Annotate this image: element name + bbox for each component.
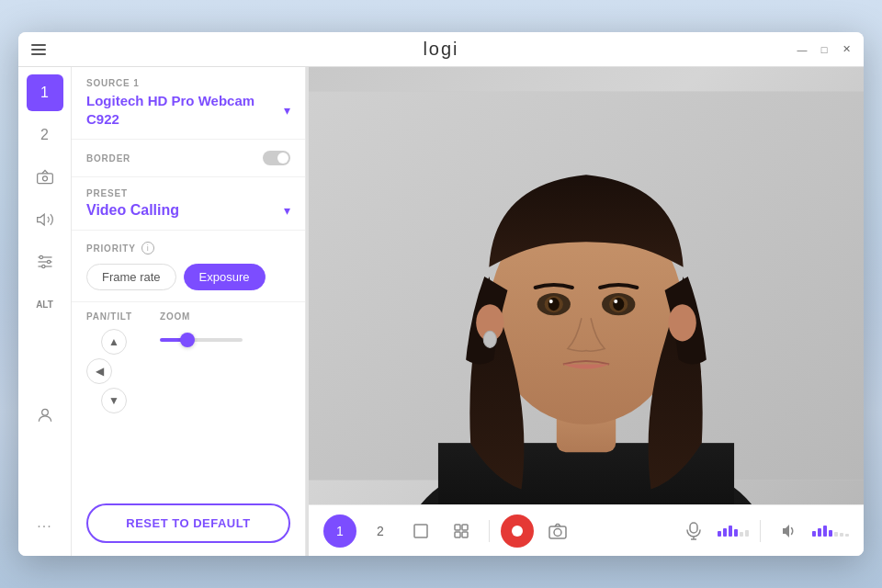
toolbar-record-button[interactable] [501, 514, 534, 548]
source-label: SOURCE 1 [86, 78, 290, 88]
nav-source2[interactable]: 2 [27, 117, 63, 153]
toolbar-sep1 [489, 520, 490, 542]
toolbar-speaker-button[interactable] [772, 514, 805, 548]
priority-row: PRIORITY i [86, 242, 290, 254]
nav-profile[interactable] [27, 397, 63, 434]
preset-section: PRESET Video Calling ▾ [72, 177, 305, 231]
pan-tilt-group: PAN/TILT ▲ ◀ ▼ [86, 311, 141, 413]
svg-point-25 [483, 331, 496, 347]
speaker-level-group [812, 526, 849, 537]
pan-row: ◀ [86, 358, 141, 384]
border-label: BORDER [86, 153, 130, 164]
pan-center [116, 358, 141, 384]
exposure-button[interactable]: Exposure [184, 264, 266, 290]
pan-left-button[interactable]: ◀ [86, 358, 112, 384]
nav-more[interactable]: ··· [27, 508, 63, 545]
mic-level-group [718, 526, 749, 537]
svg-point-18 [548, 298, 560, 311]
reset-button[interactable]: RESET TO DEFAULT [86, 503, 290, 543]
source-chevron-icon: ▾ [284, 103, 290, 118]
toolbar-source2-button[interactable]: 2 [364, 514, 397, 548]
svg-rect-30 [455, 532, 460, 537]
svg-marker-2 [37, 214, 44, 225]
record-icon [511, 525, 524, 537]
toggle-knob [277, 153, 288, 164]
toolbar-layout2-button[interactable] [445, 514, 478, 548]
preset-label: PRESET [86, 188, 290, 198]
main-area: 1 2 [309, 67, 864, 556]
pan-tilt-label: PAN/TILT [86, 311, 141, 322]
app-title: logi [423, 39, 458, 60]
priority-label: PRIORITY [86, 243, 136, 254]
titlebar: logi — □ ✕ [18, 32, 864, 67]
nav-source1[interactable]: 1 [27, 74, 63, 111]
preset-value: Video Calling [86, 202, 179, 219]
svg-rect-31 [462, 532, 468, 537]
toolbar-mic-button[interactable] [677, 514, 710, 548]
preset-chevron-icon: ▾ [284, 203, 290, 218]
main-window: logi — □ ✕ 1 2 [18, 32, 864, 556]
priority-buttons: Frame rate Exposure [86, 264, 290, 290]
audio-icon [36, 210, 54, 229]
toolbar-source1-button[interactable]: 1 [323, 514, 356, 548]
svg-point-22 [613, 298, 624, 311]
svg-point-32 [512, 526, 523, 537]
screenshot-icon [548, 523, 567, 539]
maximize-button[interactable]: □ [818, 43, 831, 56]
nav-camera[interactable] [27, 159, 63, 196]
sidebar-nav: 1 2 [18, 67, 72, 556]
nav-settings[interactable] [27, 243, 63, 280]
priority-section: PRIORITY i Frame rate Exposure [72, 231, 305, 302]
zoom-group: ZOOM [160, 311, 243, 345]
zoom-label: ZOOM [160, 311, 243, 322]
svg-point-6 [40, 255, 42, 258]
video-feed [309, 67, 864, 504]
bottom-toolbar: 1 2 [309, 504, 864, 556]
svg-point-19 [549, 300, 553, 303]
settings-icon [36, 253, 54, 271]
menu-button[interactable] [31, 44, 46, 55]
border-row: BORDER [86, 151, 290, 165]
border-toggle[interactable] [263, 151, 290, 165]
content-area: 1 2 [18, 67, 864, 556]
person-icon [36, 406, 54, 424]
svg-rect-28 [455, 525, 460, 530]
svg-point-9 [41, 409, 48, 415]
close-button[interactable]: ✕ [840, 43, 853, 56]
source-device-name: Logitech HD Pro Webcam C922 [86, 92, 284, 128]
layout1-icon [413, 523, 429, 539]
framerate-button[interactable]: Frame rate [86, 264, 176, 290]
preset-selector[interactable]: Video Calling ▾ [86, 202, 290, 219]
svg-point-34 [554, 528, 561, 536]
nav-audio[interactable] [27, 201, 63, 238]
priority-info-icon[interactable]: i [141, 242, 154, 254]
border-section: BORDER [72, 140, 305, 177]
zoom-slider[interactable] [160, 338, 243, 342]
window-controls: — □ ✕ [796, 43, 853, 56]
person-svg [309, 67, 864, 504]
minimize-button[interactable]: — [796, 43, 808, 56]
pan-up-button[interactable]: ▲ [101, 329, 127, 355]
svg-point-7 [47, 260, 50, 263]
nav-alt[interactable]: ALT [27, 286, 63, 322]
mic-icon [686, 522, 701, 540]
toolbar-screenshot-button[interactable] [541, 514, 574, 548]
speaker-icon [780, 523, 797, 539]
svg-point-8 [41, 265, 44, 267]
svg-rect-35 [690, 523, 697, 533]
svg-rect-29 [462, 525, 468, 530]
reset-section: RESET TO DEFAULT [72, 494, 305, 556]
mic-level-bars [718, 526, 749, 537]
svg-rect-0 [37, 174, 52, 184]
toolbar-layout1-button[interactable] [404, 514, 437, 548]
source-selector[interactable]: Logitech HD Pro Webcam C922 ▾ [86, 92, 290, 128]
pan-zoom-section: PAN/TILT ▲ ◀ ▼ ZOOM [72, 302, 305, 423]
toolbar-sep2 [760, 520, 761, 542]
camera-icon [36, 168, 54, 187]
svg-point-26 [669, 304, 696, 341]
svg-marker-38 [783, 525, 789, 537]
video-container [309, 67, 864, 504]
source-section: SOURCE 1 Logitech HD Pro Webcam C922 ▾ [72, 67, 305, 140]
svg-point-23 [614, 300, 617, 303]
pan-down-button[interactable]: ▼ [101, 388, 127, 413]
